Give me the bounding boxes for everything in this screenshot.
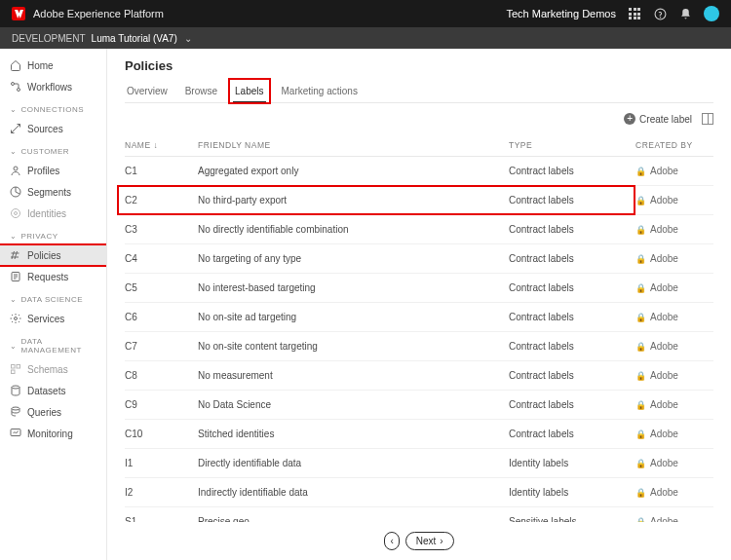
col-created-by[interactable]: CREATED BY xyxy=(635,140,713,150)
cell-created-by: 🔒Adobe xyxy=(635,487,713,498)
lock-icon: 🔒 xyxy=(635,225,646,235)
sidebar-section[interactable]: ⌄DATA MANAGEMENT xyxy=(0,329,106,358)
sidebar-item-services[interactable]: Services xyxy=(0,308,106,329)
env-label: DEVELOPMENT xyxy=(12,33,86,44)
cell-name: C6 xyxy=(125,312,198,322)
cell-name: C3 xyxy=(125,224,198,235)
table-row[interactable]: I1 Directly identifiable data Identity l… xyxy=(125,449,713,478)
col-friendly[interactable]: FRIENDLY NAME xyxy=(198,140,509,150)
cell-name: C1 xyxy=(125,166,198,176)
lock-icon: 🔒 xyxy=(635,429,646,439)
cell-type: Contract labels xyxy=(509,253,635,264)
table-row[interactable]: C1 Aggregated export only Contract label… xyxy=(125,157,713,186)
sidebar-section[interactable]: ⌄DATA SCIENCE xyxy=(0,287,106,308)
sidebar-item-datasets[interactable]: Datasets xyxy=(0,380,106,401)
col-name[interactable]: NAME↓ xyxy=(125,140,198,150)
sidebar-item-workflows[interactable]: Workflows xyxy=(0,76,106,97)
cell-type: Contract labels xyxy=(509,224,635,235)
sidebar-item-requests[interactable]: Requests xyxy=(0,266,106,287)
help-icon[interactable] xyxy=(653,7,667,20)
lock-icon: 🔒 xyxy=(635,342,646,352)
sidebar-item-sources[interactable]: Sources xyxy=(0,118,106,139)
sidebar-item-home[interactable]: Home xyxy=(0,55,106,76)
sidebar-item-label: Services xyxy=(27,314,64,324)
sidebar-item-monitoring[interactable]: Monitoring xyxy=(0,423,106,444)
workflow-icon xyxy=(10,81,21,93)
tab-overview[interactable]: Overview xyxy=(125,81,170,102)
cell-type: Identity labels xyxy=(509,458,635,468)
sidebar-item-identities[interactable]: Identities xyxy=(0,203,106,224)
table-row[interactable]: C4 No targeting of any type Contract lab… xyxy=(125,244,713,274)
cell-created-by: 🔒Adobe xyxy=(635,429,713,439)
cell-type: Identity labels xyxy=(509,487,635,498)
lock-icon: 🔒 xyxy=(635,254,646,264)
table-row[interactable]: C2 No third-party export Contract labels… xyxy=(125,186,713,215)
create-label-button[interactable]: + Create label xyxy=(624,113,692,125)
table-row[interactable]: C7 No on-site content targeting Contract… xyxy=(125,332,713,361)
table-row[interactable]: C3 No directly identifiable combination … xyxy=(125,215,713,244)
col-type[interactable]: TYPE xyxy=(509,140,635,150)
sources-icon xyxy=(10,123,21,134)
table-row[interactable]: C6 No on-site ad targeting Contract labe… xyxy=(125,303,713,332)
sidebar-item-profiles[interactable]: Profiles xyxy=(0,160,106,181)
cell-friendly: Indirectly identifiable data xyxy=(198,487,509,498)
svg-point-14 xyxy=(12,407,19,410)
lock-icon: 🔒 xyxy=(635,517,646,523)
labels-table: NAME↓ FRIENDLY NAME TYPE CREATED BY C1 A… xyxy=(107,134,731,522)
prev-button[interactable]: ‹ xyxy=(384,532,399,550)
sidebar-item-policies[interactable]: Policies xyxy=(0,244,106,266)
cell-type: Contract labels xyxy=(509,195,635,205)
sidebar-item-schemas[interactable]: Schemas xyxy=(0,358,106,380)
sidebar-section[interactable]: ⌄PRIVACY xyxy=(0,224,106,244)
cell-type: Sensitive labels xyxy=(509,516,635,522)
cell-type: Contract labels xyxy=(509,370,635,381)
cell-friendly: No targeting of any type xyxy=(198,253,509,264)
sidebar: HomeWorkflows⌄CONNECTIONSSources⌄CUSTOME… xyxy=(0,49,107,560)
columns-icon[interactable] xyxy=(702,113,713,125)
queries-icon xyxy=(10,406,21,418)
cell-created-by: 🔒Adobe xyxy=(635,341,713,352)
sort-down-icon: ↓ xyxy=(154,140,159,150)
project-selector[interactable]: Luma Tutorial (VA7) ⌄ xyxy=(92,33,192,44)
adobe-logo-icon xyxy=(12,7,25,20)
lock-icon: 🔒 xyxy=(635,371,646,381)
sidebar-item-queries[interactable]: Queries xyxy=(0,401,106,423)
org-name[interactable]: Tech Marketing Demos xyxy=(507,8,617,19)
cell-created-by: 🔒Adobe xyxy=(635,253,713,264)
cell-created-by: 🔒Adobe xyxy=(635,312,713,322)
sidebar-item-label: Workflows xyxy=(27,82,72,93)
cell-name: I1 xyxy=(125,458,198,468)
cell-type: Contract labels xyxy=(509,312,635,322)
sidebar-item-label: Policies xyxy=(27,250,60,261)
sidebar-item-label: Queries xyxy=(27,407,61,418)
table-row[interactable]: C8 No measurement Contract labels 🔒Adobe xyxy=(125,361,713,391)
sidebar-item-label: Profiles xyxy=(27,166,59,176)
tab-labels[interactable]: Labels xyxy=(233,81,265,103)
requests-icon xyxy=(10,271,21,282)
cell-friendly: No Data Science xyxy=(198,399,509,410)
lock-icon: 🔒 xyxy=(635,488,646,498)
tab-marketing-actions[interactable]: Marketing actions xyxy=(280,81,360,102)
cell-type: Contract labels xyxy=(509,399,635,410)
sidebar-item-label: Requests xyxy=(27,272,68,282)
sidebar-item-label: Schemas xyxy=(27,364,68,375)
table-row[interactable]: I2 Indirectly identifiable data Identity… xyxy=(125,478,713,507)
sidebar-section[interactable]: ⌄CONNECTIONS xyxy=(0,97,106,118)
sidebar-item-segments[interactable]: Segments xyxy=(0,181,106,203)
svg-point-9 xyxy=(15,317,18,320)
sidebar-section[interactable]: ⌄CUSTOMER xyxy=(0,139,106,160)
next-button[interactable]: Next› xyxy=(405,532,454,550)
cell-name: C2 xyxy=(125,195,198,205)
table-row[interactable]: S1 Precise geo Sensitive labels 🔒Adobe xyxy=(125,507,713,522)
bell-icon[interactable] xyxy=(678,7,692,20)
table-row[interactable]: C5 No interest-based targeting Contract … xyxy=(125,274,713,303)
svg-point-7 xyxy=(12,209,20,218)
cell-type: Contract labels xyxy=(509,429,635,439)
user-avatar[interactable] xyxy=(704,6,719,21)
chevron-down-icon: ⌄ xyxy=(10,147,18,156)
table-row[interactable]: C10 Stitched identities Contract labels … xyxy=(125,420,713,449)
cell-created-by: 🔒Adobe xyxy=(635,370,713,381)
tab-browse[interactable]: Browse xyxy=(183,81,219,102)
table-row[interactable]: C9 No Data Science Contract labels 🔒Adob… xyxy=(125,391,713,420)
apps-icon[interactable] xyxy=(628,7,641,20)
